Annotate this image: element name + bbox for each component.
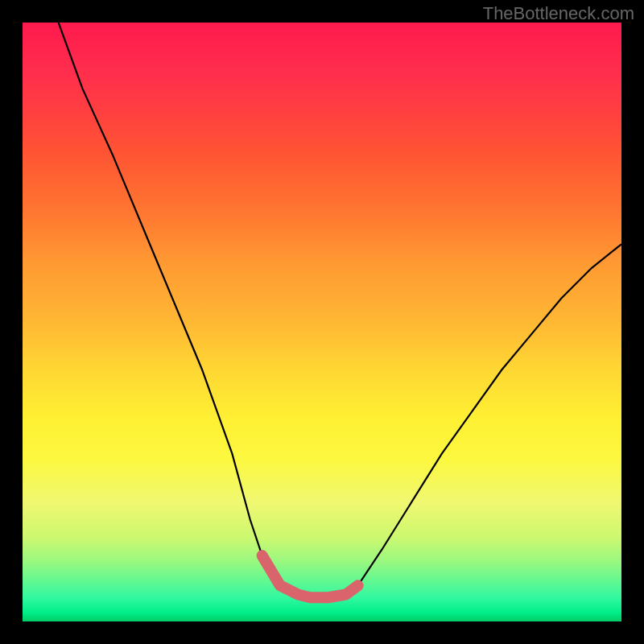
chart-svg <box>23 23 621 621</box>
plot-area <box>23 23 621 621</box>
watermark-text: TheBottleneck.com <box>483 3 634 24</box>
bottleneck-curve-line <box>59 23 621 597</box>
bottom-highlight-line <box>262 555 358 597</box>
chart-container: TheBottleneck.com <box>0 0 644 644</box>
